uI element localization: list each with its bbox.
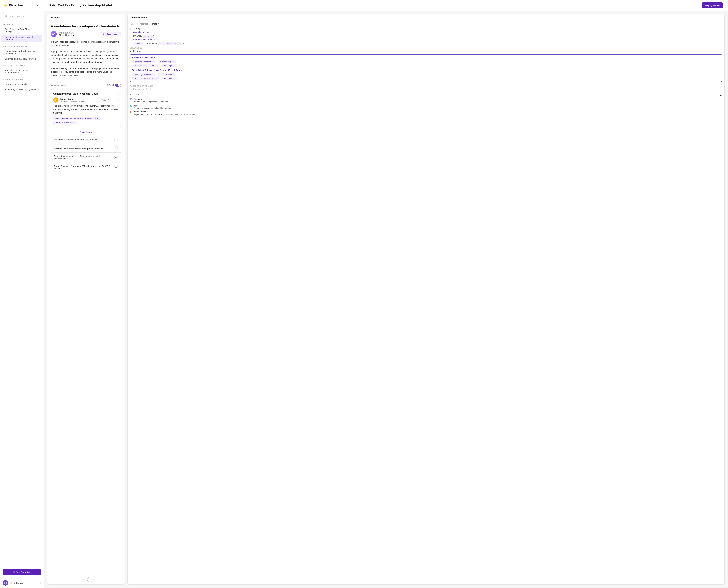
app-logo: ⚡ Phosphor: [3, 3, 23, 7]
legend-header[interactable]: LEGEND ∧: [130, 93, 722, 96]
narrative-tab[interactable]: Narrative: [47, 14, 124, 21]
author-avatar: OB: [51, 31, 57, 37]
next-arrow[interactable]: ›: [87, 577, 92, 582]
nav-section-ma-finance: PROJECT M&A FINANCE Managing models acro…: [0, 63, 44, 75]
model-tab[interactable]: Financial Model: [127, 14, 725, 21]
dates-chip[interactable]: Dates ···: [143, 35, 153, 38]
narrative-panel: Narrative Foundations for developers & c…: [47, 14, 125, 585]
nav-section-title-overview: OVERVIEW: [0, 23, 44, 26]
collapsible-item-2[interactable]: NNN leases & "behind-the-meter" power re…: [51, 144, 121, 152]
commercial-ops-date-chip[interactable]: Commercial ops date ···: [158, 42, 181, 45]
capex-chip-1[interactable]: Total CapEx ···: [162, 64, 177, 67]
ocf-chip-1[interactable]: Operating Cash Flow ···: [132, 60, 155, 63]
collapsible-item-1[interactable]: Nuances of the build, finance & own stra…: [51, 135, 121, 144]
legend-collapse-icon: ∧: [720, 93, 722, 96]
omr-chip-2[interactable]: Expected O&M Reserve... ···: [132, 77, 159, 80]
breadcrumb-model[interactable]: Model: [130, 23, 136, 25]
author-row: OB Written Jun 30, 2023 Oliver Beavers 💬…: [51, 31, 121, 37]
sidebar-item-managing[interactable]: Managing models across counterparties: [1, 67, 42, 75]
pretax-formula-2: Expected O&M Reserve... ··· – Total CapE…: [132, 64, 720, 67]
chat-icon: 💬: [103, 33, 106, 35]
sidebar-item-solar-valuation[interactable]: Solar Valuation from First Principles: [1, 27, 42, 34]
sidebar-item-navigating[interactable]: Navigating the model through return metr…: [1, 35, 42, 42]
annotations-toggle[interactable]: [115, 84, 121, 87]
avatar: OB: [3, 580, 8, 586]
tax-formula-2: Expected O&M Reserve... ··· – Total CapE…: [132, 77, 720, 80]
collapsible-item-3[interactable]: Front-of-meter vs behind-of-meter fundam…: [51, 152, 121, 162]
breadcrumb-timing[interactable]: Timing ▾: [150, 23, 159, 25]
author-info: OB Written Jun 30, 2023 Oliver Beavers: [51, 31, 76, 37]
annotation-tag-1[interactable]: Tax efficient IRR cash flows Pre-tax IRR…: [53, 117, 100, 120]
sidebar-item-minimize-itc[interactable]: Minimizing tax credit (ITC) value: [1, 87, 42, 92]
pagination-nav: ‹ ›: [47, 574, 124, 585]
breadcrumb-properties[interactable]: Properties: [139, 23, 148, 25]
timing-label: Timing: [133, 27, 140, 30]
narrative-para-1: In traditional businesses, sales drives …: [51, 40, 121, 47]
annotation-tag-2[interactable]: Pre-tax IRR cash flow ···: [53, 121, 77, 124]
unlevered-label: UNLEVERED: [130, 45, 722, 49]
read-next-button[interactable]: Read Next ›: [51, 129, 121, 135]
calendar-month-label[interactable]: Calendar month >: [133, 31, 149, 34]
pretax-arrow-icon: ›: [154, 56, 155, 59]
page-title: Solar C&I Tax Equity Partnership Model: [48, 3, 112, 7]
search-icon: 🔍: [5, 15, 7, 17]
nav-section-title-project-dev: PROJECT DEVELOPMENT: [0, 44, 44, 48]
annotation-card-header: Generating profit via project sale (M&A)…: [53, 92, 119, 96]
annotation-author-role: Tax Equity Lead at BlackRock: [60, 100, 84, 102]
logo-label: Phosphor: [9, 4, 23, 7]
sidebar-item-raise-tax[interactable]: How to raise tax equity: [1, 81, 42, 87]
annotation-avatar: BK: [53, 98, 58, 103]
commercial-ops-label[interactable]: Start of commercial ops >: [133, 39, 156, 41]
inverter-chip-2[interactable]: Inverter Budget ···: [158, 73, 176, 76]
narrative-body: In traditional businesses, sales drives …: [51, 40, 121, 77]
ocf-chip-2[interactable]: Operating Cash Flow ···: [132, 73, 155, 76]
legend-index-text: Index/Timeline A special type that estab…: [134, 111, 196, 116]
inverter-chip-1[interactable]: Inverter Budget ···: [158, 60, 176, 63]
author-meta: Written Jun 30, 2023 Oliver Beavers: [59, 32, 76, 36]
annotations-header: ANNOTATIONS 1/5 Read: [51, 84, 121, 87]
legend-item-input: Input An input which can be defined for …: [130, 104, 722, 109]
timing-chevron-icon: ▾: [158, 23, 159, 25]
narrative-para-2: In project-oriented companies such as so…: [51, 50, 121, 64]
tax-formula-1: Operating Cash Flow ··· – Inverter Budge…: [132, 73, 720, 77]
prev-arrow[interactable]: ‹: [80, 577, 85, 582]
legend-item-index: Index/Timeline A special type that estab…: [130, 111, 722, 116]
search-placeholder: Search Narratives...: [9, 15, 28, 17]
annotation-collapse-button[interactable]: −: [115, 92, 119, 96]
legend-formula-text: Formula A defined set of expressions tha…: [134, 98, 170, 103]
commercial-ops-row: – Start of commercial ops >: [130, 38, 722, 42]
annotations-section: ANNOTATIONS 1/5 Read Generating profit v…: [51, 84, 121, 135]
timing-toggle[interactable]: ▾: [130, 27, 133, 30]
legend-item-formula: Formula A defined set of expressions tha…: [130, 98, 722, 103]
annotation-author-row: BK Bruno Kibon Tax Equity Lead at BlackR…: [53, 98, 119, 103]
annotation-card: Generating profit via project sale (M&A)…: [51, 89, 121, 127]
search-input[interactable]: 🔍 Search Narratives...: [3, 13, 41, 19]
model-content: ▾ Timing – Calendar month > MONTH ( Date…: [127, 27, 725, 585]
tax-efficient-irr-title-row: Tax efficient IRR cash flows Pre-tax IRR…: [132, 69, 720, 71]
legend-input-text: Input An input which can be defined for …: [134, 104, 174, 109]
deploy-button[interactable]: Deploy Model: [702, 2, 723, 8]
collapse-button[interactable]: ❮: [36, 3, 40, 8]
tax-efficient-irr-title[interactable]: Tax efficient IRR cash flows Pre-tax IRR…: [132, 69, 180, 71]
sidebar-item-foundations[interactable]: Foundations for developers and climate t…: [1, 48, 42, 56]
commercial-ops-formula: Dates ··· = EOMONTH( Commercial ops date…: [130, 42, 722, 45]
user-menu-chevron[interactable]: ▾: [40, 582, 41, 584]
progress-text: 1/5 Read: [105, 84, 114, 86]
sidebar: ⚡ Phosphor ❮ 🔍 Search Narratives... OVER…: [0, 0, 44, 588]
sidebar-nav: OVERVIEW Solar Valuation from First Prin…: [0, 21, 44, 569]
sidebar-item-solar-land[interactable]: Solar for land/real estate owners: [1, 56, 42, 61]
new-narrative-button[interactable]: ✏ New Narrative: [3, 569, 41, 575]
financial-model-panel: Financial Model Model / Properties / Tim…: [127, 14, 725, 585]
returns-toggle[interactable]: ▾: [130, 50, 133, 53]
highlight-block: Pre-tax IRR cash flow › Operating Cash F…: [130, 54, 722, 82]
collapsible-item-4[interactable]: Power Purchase Agreement (PPA) fundament…: [51, 162, 121, 172]
main-header: Solar C&I Tax Equity Partnership Model D…: [44, 0, 728, 11]
pretax-irr-title[interactable]: Pre-tax IRR cash flow: [132, 56, 153, 59]
user-name: Oliver Beavers: [10, 582, 24, 584]
capex-chip-2[interactable]: Total CapEx ···: [162, 77, 177, 80]
annotations-badge[interactable]: 💬 4 Annotations: [101, 32, 121, 36]
expand-icon-4: +: [114, 166, 118, 169]
nav-section-title-ma: PROJECT M&A FINANCE: [0, 63, 44, 67]
omr-chip-1[interactable]: Expected O&M Reserve... ···: [132, 64, 159, 67]
dates-chip-2[interactable]: Dates ···: [133, 42, 143, 45]
